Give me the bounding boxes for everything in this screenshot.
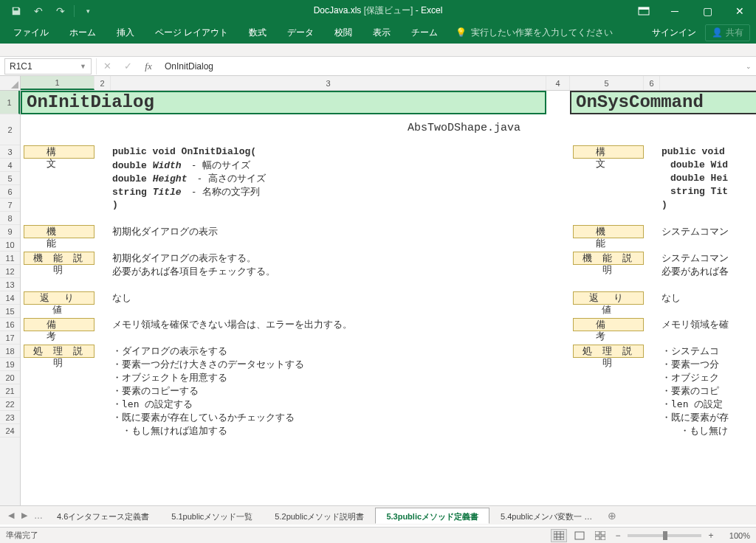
svg-rect-7	[575, 532, 584, 539]
row-header-14[interactable]: 14	[0, 291, 20, 305]
new-sheet-button[interactable]: ⊕	[603, 510, 621, 522]
sheet-tab-1[interactable]: 5.1publicメソッド一覧	[160, 508, 264, 524]
view-pagelayout-button[interactable]	[571, 529, 588, 542]
zoom-in-button[interactable]: +	[706, 530, 716, 541]
title-bar: ↶ ↷ ▾ DocJava.xls [保護ビュー] - Excel ─ ▢ ✕	[0, 0, 756, 21]
label-syntax: 構 文	[24, 145, 94, 159]
sig-line-1: public void OnInitDialog(	[112, 145, 256, 159]
zoom-slider-thumb[interactable]	[663, 531, 667, 540]
svg-rect-9	[601, 531, 605, 535]
row-header-17[interactable]: 17	[0, 331, 20, 345]
row-header-12[interactable]: 12	[0, 265, 20, 278]
tab-formulas[interactable]: 数式	[238, 21, 277, 44]
row-headers: 1 2 3 4 5 6 7 8 9 10 11 12 13 14 15 16 1…	[0, 91, 21, 505]
row-header-13[interactable]: 13	[0, 278, 20, 291]
maximize-button[interactable]: ▢	[691, 0, 724, 21]
worksheet-grid[interactable]: 1 2 3 4 5 6 7 8 9 10 11 12 13 14 15 16 1…	[0, 91, 756, 505]
view-normal-button[interactable]	[551, 529, 567, 542]
insert-function-button[interactable]: fx	[138, 58, 159, 75]
signin-link[interactable]: サインイン	[652, 27, 696, 39]
col-header-1[interactable]: 1	[21, 76, 94, 90]
row-header-9[interactable]: 9	[0, 225, 20, 238]
formula-bar: R1C1▼ ✕ ✓ fx OnInitDialog ⌄	[0, 57, 756, 76]
row-header-21[interactable]: 21	[0, 384, 20, 398]
row-header-18[interactable]: 18	[0, 345, 20, 358]
row-header-23[interactable]: 23	[0, 411, 20, 424]
proc2-l3: ・オブジェク	[662, 371, 719, 384]
share-button[interactable]: 👤 共有	[705, 24, 750, 41]
svg-rect-8	[595, 531, 599, 535]
redo-button[interactable]: ↷	[50, 2, 71, 20]
row-header-4[interactable]: 4	[0, 159, 20, 172]
zoom-slider[interactable]	[628, 534, 701, 537]
qat-customize[interactable]: ▾	[78, 2, 98, 20]
row-header-2[interactable]: 2	[0, 114, 20, 145]
tab-review[interactable]: 校閲	[324, 21, 362, 44]
ribbon-display-options[interactable]	[629, 0, 659, 21]
minimize-button[interactable]: ─	[659, 0, 691, 21]
expand-formula-button[interactable]: ⌄	[741, 63, 756, 70]
zoom-out-button[interactable]: −	[613, 530, 623, 541]
sheet-nav-more[interactable]: …	[31, 511, 46, 521]
col-header-6[interactable]: 6	[644, 76, 660, 90]
row-header-6[interactable]: 6	[0, 185, 20, 198]
sheet-nav-prev[interactable]: ◀	[4, 511, 18, 520]
col-header-3[interactable]: 3	[111, 76, 546, 90]
sheet-tab-4[interactable]: 5.4publicメンバ変数一 …	[489, 508, 603, 524]
tab-data[interactable]: データ	[277, 21, 324, 44]
status-text: 準備完了	[6, 530, 38, 541]
tab-team[interactable]: チーム	[401, 21, 448, 44]
chevron-down-icon[interactable]: ▼	[80, 63, 86, 70]
save-button[interactable]	[6, 2, 27, 20]
select-all-corner[interactable]	[0, 76, 21, 90]
tab-home[interactable]: ホーム	[59, 21, 106, 44]
row-header-10[interactable]: 10	[0, 238, 20, 252]
row-header-19[interactable]: 19	[0, 358, 20, 371]
tab-view[interactable]: 表示	[362, 21, 401, 44]
col-header-4[interactable]: 4	[546, 76, 570, 90]
view-pagebreak-button[interactable]	[592, 529, 608, 542]
sheet-nav-next[interactable]: ▶	[18, 511, 31, 520]
col-header-2[interactable]: 2	[94, 76, 111, 90]
row-header-15[interactable]: 15	[0, 305, 20, 318]
enter-formula-button[interactable]: ✓	[117, 58, 138, 75]
row-header-22[interactable]: 22	[0, 398, 20, 411]
formula-input[interactable]: OnInitDialog	[159, 58, 741, 75]
tab-pagelayout[interactable]: ページ レイアウト	[145, 21, 238, 44]
row-header-5[interactable]: 5	[0, 172, 20, 185]
row-header-8[interactable]: 8	[0, 212, 20, 225]
name-box[interactable]: R1C1▼	[4, 58, 92, 75]
zoom-level[interactable]: 100%	[721, 531, 750, 540]
sheet-tab-2[interactable]: 5.2publicメソッド説明書	[264, 508, 375, 524]
label-return-2: 返 り 値	[573, 291, 644, 305]
method-title-2[interactable]: OnSysCommand	[570, 91, 756, 114]
svg-rect-1	[639, 7, 649, 10]
col-header-5[interactable]: 5	[570, 76, 644, 90]
desc-l2: 必要があれば各項目をチェックする。	[112, 265, 275, 278]
proc-l2: ・要素一つ分だけ大きさのデータセットする	[112, 358, 304, 371]
row-header-24[interactable]: 24	[0, 424, 20, 437]
close-button[interactable]: ✕	[724, 0, 756, 21]
sheet-tab-3[interactable]: 5.3publicメソッド定義書	[375, 508, 489, 524]
undo-button[interactable]: ↶	[28, 2, 49, 20]
row-header-20[interactable]: 20	[0, 371, 20, 384]
cancel-formula-button[interactable]: ✕	[97, 58, 117, 75]
remarks-text-2: メモリ領域を確	[662, 318, 729, 331]
row-header-1[interactable]: 1	[0, 91, 20, 114]
row-header-11[interactable]: 11	[0, 252, 20, 265]
cells-area[interactable]: OnInitDialog AbsTwoDShape.java 構 文 publi…	[21, 91, 756, 505]
function-text-2: システムコマン	[662, 225, 729, 238]
tell-me-search[interactable]: 💡 実行したい作業を入力してください	[456, 27, 613, 39]
tab-insert[interactable]: 挿入	[106, 21, 145, 44]
row-header-3[interactable]: 3	[0, 145, 20, 159]
row-header-16[interactable]: 16	[0, 318, 20, 331]
sig-line-2: double Width - 幅のサイズ	[112, 159, 250, 172]
proc-l7: ・もし無ければ追加する	[112, 424, 227, 437]
sheet-tab-0[interactable]: 4.6インタフェース定義書	[46, 508, 160, 524]
proc-l4: ・要素のコピーする	[112, 384, 199, 398]
row-header-7[interactable]: 7	[0, 198, 20, 212]
tab-file[interactable]: ファイル	[3, 21, 59, 44]
method-title-1[interactable]: OnInitDialog	[21, 91, 546, 114]
function-text: 初期化ダイアログの表示	[112, 225, 218, 238]
label-desc: 機 能 説 明	[24, 252, 94, 265]
